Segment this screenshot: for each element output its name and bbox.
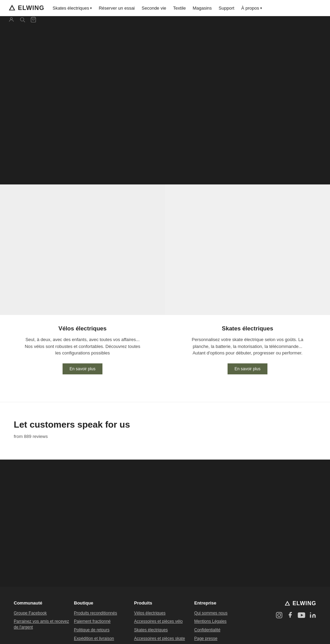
reviews-section: Let customers speak for us from 889 revi… [0, 402, 330, 460]
velos-image [0, 184, 165, 315]
footer-link-parrainez[interactable]: Parrainez vos amis et recevez de l'argen… [14, 619, 74, 630]
footer-links: Communauté Groupe Facebook Parrainez vos… [0, 587, 330, 644]
footer-link-expedition[interactable]: Expédition et livraison [74, 636, 134, 642]
skates-image [165, 184, 330, 315]
nav-item-seconde-vie[interactable]: Seconde vie [142, 5, 166, 11]
footer-heading-communaute: Communauté [14, 600, 74, 606]
nav-item-reserver[interactable]: Réserver un essai [99, 5, 135, 11]
svg-point-9 [278, 613, 280, 616]
account-icon[interactable] [8, 16, 14, 24]
skates-btn[interactable]: En savoir plus [228, 363, 267, 374]
footer-link-reconditionnes[interactable]: Produits reconditionnés [74, 610, 134, 616]
linkedin-icon[interactable] [309, 612, 316, 620]
footer-link-presse[interactable]: Page presse [194, 636, 254, 642]
product-cards-text-row: Vélos électriques Seul, à deux, avec des… [0, 315, 330, 381]
footer-logo-text: ELWING [293, 600, 316, 607]
logo[interactable]: ELWING [8, 4, 44, 12]
skates-description: Personnalisez votre skate électrique sel… [189, 336, 306, 357]
logo-text: ELWING [18, 4, 44, 12]
nav-item-skates[interactable]: Skates électriques ▾ [53, 5, 92, 11]
svg-rect-13 [310, 614, 311, 618]
footer-col-entreprise: Entreprise Qui sommes nous Mentions Léga… [194, 600, 254, 644]
svg-point-2 [10, 18, 12, 20]
skates-title: Skates électriques [222, 325, 273, 332]
footer-link-paiement[interactable]: Paiement fractionné [74, 619, 134, 624]
reviews-from: from 889 reviews [14, 434, 48, 439]
svg-rect-8 [276, 612, 282, 618]
velos-description: Seul, à deux, avec des enfants, avec tou… [24, 336, 141, 357]
cart-icon[interactable] [30, 16, 36, 24]
footer-col-boutique: Boutique Produits reconditionnés Paiemen… [74, 600, 134, 644]
footer-link-pieces-skate[interactable]: Accessoires et pièces skate [134, 636, 194, 642]
footer: Communauté Groupe Facebook Parrainez vos… [0, 460, 330, 644]
footer-link-skates[interactable]: Skates électriques [134, 627, 194, 633]
footer-heading-entreprise: Entreprise [194, 600, 254, 606]
svg-point-10 [280, 613, 281, 614]
footer-heading-boutique: Boutique [74, 600, 134, 606]
velos-title: Vélos électriques [58, 325, 107, 332]
product-images-row [0, 184, 330, 315]
instagram-icon[interactable] [276, 611, 283, 621]
footer-logo: ELWING [284, 600, 316, 607]
footer-link-mentions[interactable]: Mentions Légales [194, 619, 254, 624]
reviews-title: Let customers speak for us [14, 419, 316, 430]
footer-link-velos[interactable]: Vélos électriques [134, 610, 194, 616]
nav-item-magasins[interactable]: Magasins [192, 5, 212, 11]
svg-point-14 [310, 612, 311, 613]
footer-dark-area [0, 460, 330, 587]
hero-section [0, 16, 330, 184]
footer-link-pieces-velo[interactable]: Accessoires et pièces vélo [134, 619, 194, 624]
main-nav: Skates électriques ▾ Réserver un essai S… [53, 5, 322, 11]
footer-heading-produits: Produits [134, 600, 194, 606]
nav-item-apropos[interactable]: À propos ▾ [241, 5, 262, 11]
facebook-icon[interactable] [287, 611, 294, 621]
youtube-icon[interactable] [298, 612, 305, 620]
chevron-down-icon: ▾ [260, 6, 262, 10]
footer-logo-icon [284, 600, 290, 607]
svg-line-4 [23, 21, 25, 22]
svg-point-3 [20, 18, 24, 21]
product-section: Vélos électriques Seul, à deux, avec des… [0, 184, 330, 402]
footer-socials [276, 611, 316, 624]
site-header: ELWING Skates électriques ▾ Réserver un … [0, 0, 330, 16]
search-icon[interactable] [19, 16, 25, 24]
footer-col-communaute: Communauté Groupe Facebook Parrainez vos… [14, 600, 74, 644]
logo-icon [8, 4, 16, 12]
footer-link-retours[interactable]: Politique de retours [74, 627, 134, 633]
footer-brand: ELWING [254, 600, 316, 644]
footer-link-facebook[interactable]: Groupe Facebook [14, 610, 74, 616]
nav-item-support[interactable]: Support [219, 5, 234, 11]
chevron-down-icon: ▾ [90, 6, 92, 10]
footer-col-produits: Produits Vélos électriques Accessoires e… [134, 600, 194, 644]
nav-item-textile[interactable]: Textile [173, 5, 186, 11]
velos-card: Vélos électriques Seul, à deux, avec des… [0, 315, 165, 381]
footer-link-confidentialite[interactable]: Confidentialité [194, 627, 254, 633]
header-icons [8, 16, 36, 24]
velos-btn[interactable]: En savoir plus [63, 363, 102, 374]
skates-card: Skates électriques Personnalisez votre s… [165, 315, 330, 381]
footer-link-quisommes[interactable]: Qui sommes nous [194, 610, 254, 616]
